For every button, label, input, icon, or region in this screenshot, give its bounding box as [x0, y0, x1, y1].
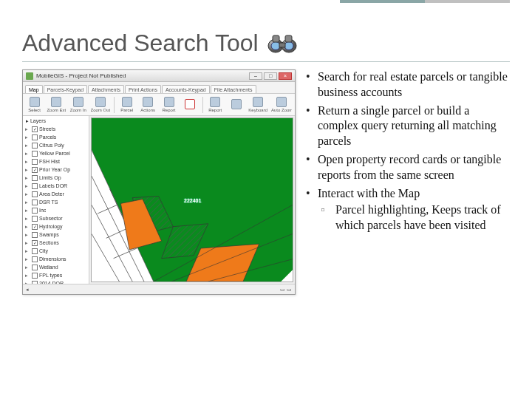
tree-expand-icon[interactable]: ▸ [25, 151, 30, 157]
layer-row[interactable]: ▸City [24, 247, 87, 255]
tree-expand-icon[interactable]: ▸ [25, 191, 30, 197]
slide-accent-bar [340, 0, 510, 3]
toolbar-separator [114, 97, 115, 113]
status-left: ◂ [26, 287, 29, 293]
layer-checkbox[interactable] [32, 273, 38, 279]
maximize-button[interactable]: □ [264, 72, 277, 80]
slide-title: Advanced Search Tool [22, 30, 259, 57]
layer-row[interactable]: ▸FSH Hist [24, 157, 87, 166]
toolbar-keyboard-button[interactable]: Keyboard [248, 97, 267, 112]
layer-checkbox[interactable] [32, 256, 38, 262]
layer-row[interactable]: ▸Yellow Parcel [24, 149, 87, 157]
bullet-text: Interact with the Map [318, 187, 420, 200]
tree-expand-icon[interactable]: ▸ [25, 143, 30, 149]
layer-checkbox[interactable] [32, 191, 38, 197]
layer-checkbox[interactable] [32, 200, 38, 205]
toolbar-actions-button[interactable]: Actions [139, 97, 156, 112]
tree-expand-icon[interactable]: ▸ [25, 126, 30, 132]
minimize-button[interactable]: – [249, 72, 262, 80]
layer-row[interactable]: ▸✓Streets [24, 125, 87, 133]
toolbar-extra-button[interactable] [228, 99, 245, 110]
sub-bullet-item: Parcel highlighting, Keeps track of whic… [321, 202, 510, 233]
tree-expand-icon[interactable]: ▸ [25, 159, 30, 165]
layer-checkbox[interactable]: ✓ [32, 167, 38, 173]
toolbar-report-button[interactable]: Report [160, 97, 177, 112]
close-button[interactable]: × [279, 72, 292, 80]
layer-row[interactable]: ▸✓Sections [24, 239, 87, 247]
tool-icon [231, 99, 242, 109]
status-scale-icon: ▭ ▭ [280, 287, 292, 293]
gis-app-window: MobileGIS - Project Not Published – □ × … [22, 69, 296, 295]
layer-row[interactable]: ▸Swamps [24, 231, 87, 239]
toolbar-report2-button[interactable]: Report [207, 97, 224, 112]
layer-row[interactable]: ▸FPL types [24, 271, 87, 279]
tree-expand-icon[interactable]: ▸ [25, 167, 30, 173]
layer-row[interactable]: ▸Labels DOR [24, 182, 87, 190]
toolbar-info-button[interactable] [181, 99, 198, 110]
layer-checkbox[interactable] [32, 232, 38, 238]
tab-attachments[interactable]: Attachments [88, 85, 124, 93]
layer-checkbox[interactable] [32, 175, 38, 181]
layer-checkbox[interactable] [32, 134, 38, 140]
toolbar-parcel-button[interactable]: Parcel [118, 97, 135, 112]
tab-map[interactable]: Map [25, 85, 43, 93]
tree-expand-icon[interactable]: ▸ [25, 216, 30, 222]
layer-checkbox[interactable] [32, 248, 38, 254]
toolbar-zoom-ext-button[interactable]: Zoom Ext [47, 97, 66, 112]
title-divider [22, 61, 510, 62]
keyboard-icon [253, 97, 263, 107]
tab-parcels-keypad[interactable]: Parcels-Keypad [44, 85, 87, 93]
layer-label: Area Deter [39, 191, 64, 197]
layer-row[interactable]: ▸DSR TS [24, 198, 87, 206]
tree-expand-icon[interactable]: ▸ [25, 248, 30, 254]
tab-file-attachments[interactable]: File Attachments [211, 85, 256, 93]
tree-expand-icon[interactable]: ▸ [25, 265, 30, 270]
layer-checkbox[interactable] [32, 265, 38, 270]
layer-row[interactable]: ▸Dimensions [24, 255, 87, 263]
map-canvas[interactable]: 222401 [91, 117, 293, 282]
globe-icon [51, 97, 61, 107]
tree-expand-icon[interactable]: ▸ [25, 208, 30, 214]
toolbar-autozoom-button[interactable]: Auto Zoom [271, 97, 292, 112]
toolbar-select-button[interactable]: Select [26, 97, 43, 112]
layer-row[interactable]: ▸Area Deter [24, 190, 87, 198]
layers-panel[interactable]: ▸ Layers ▸✓Streets▸Parcels▸Citrus Poly▸Y… [23, 116, 89, 284]
layer-row[interactable]: ▸Parcels [24, 133, 87, 141]
tree-expand-icon[interactable]: ▸ [25, 273, 30, 279]
layer-checkbox[interactable] [32, 151, 38, 157]
tab-print-actions[interactable]: Print Actions [125, 85, 161, 93]
layer-row[interactable]: ▸✓Hydrology [24, 222, 87, 231]
layer-row[interactable]: ▸✓Prior Year Op [24, 166, 87, 174]
layer-checkbox[interactable] [32, 208, 38, 214]
layer-checkbox[interactable] [32, 159, 38, 165]
layer-row[interactable]: ▸Subsector [24, 214, 87, 222]
svg-rect-5 [273, 35, 279, 42]
tree-expand-icon[interactable]: ▸ [25, 256, 30, 262]
tree-expand-icon[interactable]: ▸ [25, 232, 30, 238]
tree-expand-icon[interactable]: ▸ [25, 224, 30, 230]
tab-accounts-keypad[interactable]: Accounts-Keypad [162, 85, 210, 93]
layer-row[interactable]: ▸Citrus Poly [24, 141, 87, 149]
layer-label: FSH Hist [39, 159, 60, 164]
layer-checkbox[interactable] [32, 183, 38, 189]
layer-checkbox[interactable]: ✓ [32, 224, 38, 230]
binoculars-icon [266, 33, 299, 55]
tree-expand-icon[interactable]: ▸ [25, 175, 30, 181]
layer-row[interactable]: ▸Limits Op [24, 174, 87, 182]
window-titlebar[interactable]: MobileGIS - Project Not Published – □ × [23, 70, 295, 82]
tree-expand-icon[interactable]: ▸ [25, 240, 30, 246]
layer-row[interactable]: ▸Inc [24, 206, 87, 214]
layer-checkbox[interactable] [32, 216, 38, 222]
layer-checkbox[interactable]: ✓ [32, 126, 38, 132]
tree-expand-icon[interactable]: ▸ [25, 183, 30, 189]
layer-row[interactable]: ▸Wetland [24, 263, 87, 271]
tree-expand-icon[interactable]: ▸ [25, 200, 30, 205]
toolbar: Select Zoom Ext Zoom In Zoom Out Parcel … [23, 94, 295, 116]
tree-expand-icon[interactable]: ▸ [25, 134, 30, 140]
toolbar-zoom-out-button[interactable]: Zoom Out [91, 97, 111, 112]
layers-header: ▸ Layers [24, 117, 87, 125]
status-bar: ◂ ▭ ▭ [23, 284, 295, 294]
layer-checkbox[interactable]: ✓ [32, 240, 38, 246]
layer-checkbox[interactable] [32, 143, 38, 149]
toolbar-zoom-in-button[interactable]: Zoom In [69, 97, 86, 112]
